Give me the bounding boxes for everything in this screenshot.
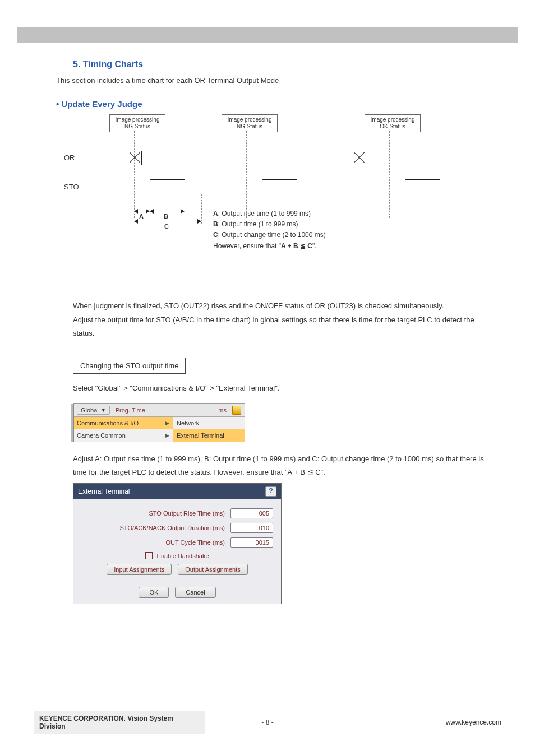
sto-duration-input[interactable]: 010: [230, 523, 273, 533]
input-assignments-button[interactable]: Input Assignments: [107, 564, 172, 575]
footer-url: www.keyence.com: [446, 718, 501, 726]
subsection-heading: •Update Every Judge: [56, 99, 490, 109]
para-1: When judgment is finalized, STO (OUT22) …: [73, 299, 490, 313]
adjust-paragraph: Adjust A: Output rise time (1 to 999 ms)…: [73, 452, 490, 480]
section-heading: 5. Timing Charts: [73, 59, 490, 69]
dialog-title: External Terminal: [78, 488, 130, 495]
menu-screenshot: Global ▼ Prog. Time ms Communications & …: [73, 403, 245, 442]
help-icon[interactable]: ?: [265, 486, 276, 497]
menu-item-comm-io[interactable]: Communications & I/O▶: [73, 417, 173, 429]
enable-handshake-label: Enable Handshake: [157, 553, 209, 559]
paragraphs: When judgment is finalized, STO (OUT22) …: [73, 299, 490, 341]
ms-label: ms: [218, 407, 227, 414]
prog-time-label: Prog. Time: [116, 407, 145, 414]
diagram-box-3: Image processing OK Status: [365, 114, 421, 132]
global-button[interactable]: Global ▼: [77, 406, 110, 415]
diagram-notes: AA: Output rise time (1 to 999 ms): Outp…: [213, 208, 326, 252]
menu-item-external-terminal[interactable]: External Terminal: [173, 429, 245, 442]
chevron-down-icon: ▼: [101, 407, 106, 413]
header-bar: [17, 27, 518, 43]
cancel-button[interactable]: Cancel: [175, 587, 215, 598]
out-cycle-input[interactable]: 0015: [230, 537, 273, 548]
chevron-right-icon: ▶: [165, 420, 169, 426]
out-cycle-label: OUT Cycle Time (ms): [81, 539, 225, 546]
sto-rise-input[interactable]: 005: [230, 508, 273, 518]
enable-handshake-checkbox[interactable]: [145, 552, 153, 559]
external-terminal-dialog: External Terminal ? STO Output Rise Time…: [73, 483, 282, 604]
sto-label: STO: [64, 183, 79, 191]
timing-diagram: Image processing NG Status Image process…: [67, 114, 460, 288]
output-assignments-button[interactable]: Output Assignments: [178, 564, 247, 575]
menu-item-camera-common[interactable]: Camera Common▶: [73, 429, 173, 442]
section-intro: This section includes a time chart for e…: [56, 76, 490, 85]
para-2: Adjust the output time for STO (A/B/C in…: [73, 313, 490, 341]
footer-page-number: - 8 -: [261, 718, 273, 726]
chevron-right-icon: ▶: [165, 433, 169, 438]
sto-duration-label: STO/ACK/NACK Output Duration (ms): [81, 525, 225, 531]
lock-icon[interactable]: [232, 406, 241, 415]
footer-company: KEYENCE CORPORATION. Vision System Divis…: [34, 711, 205, 734]
step-box: Changing the STO output time: [73, 358, 186, 374]
sto-rise-label: STO Output Rise Time (ms): [81, 510, 225, 517]
page-footer: KEYENCE CORPORATION. Vision System Divis…: [34, 711, 501, 734]
nav-instruction: Select "Global" > "Communications & I/O"…: [73, 382, 490, 396]
diagram-box-1: Image processing NG Status: [109, 114, 165, 132]
diagram-box-2: Image processing NG Status: [222, 114, 278, 132]
ok-button[interactable]: OK: [139, 587, 169, 598]
or-label: OR: [64, 154, 75, 162]
menu-item-network[interactable]: Network: [173, 417, 245, 429]
